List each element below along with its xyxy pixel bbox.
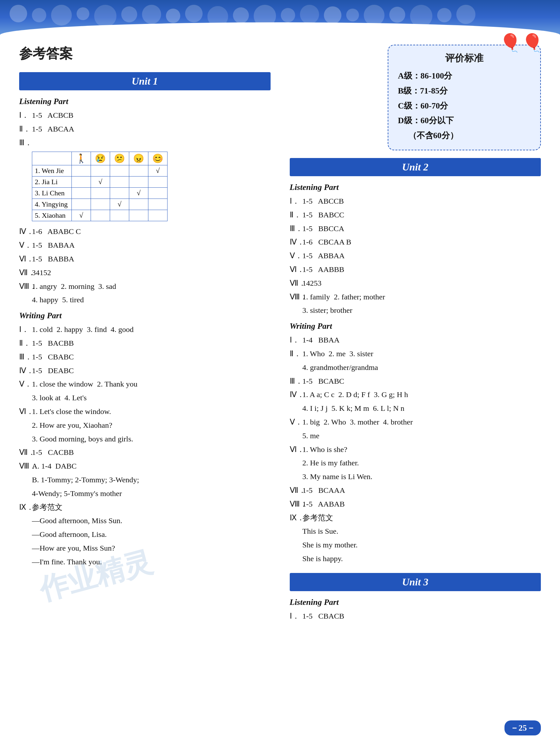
unit3-listen-i: Ⅰ．1-5 CBACB — [290, 610, 541, 623]
unit1-write-iv: Ⅳ．1-5 DEABC — [19, 364, 271, 377]
unit1-write-viii-a: Ⅷ．A. 1-4 DABC — [19, 460, 271, 473]
eval-grade-b: B级：71-85分 — [398, 84, 531, 99]
unit2-listen-v: Ⅴ．1-5 ABBAA — [290, 249, 541, 262]
eval-grade-d: D级：60分以下 — [398, 113, 531, 128]
unit1-listen-i: Ⅰ．1-5 ACBCB — [19, 109, 271, 122]
unit1-listen-v: Ⅴ．1-5 BABAA — [19, 239, 271, 252]
unit2-listen-viii-b: 3. sister; brother — [302, 304, 541, 317]
unit2-listen-i: Ⅰ．1-5 ABCCB — [290, 195, 541, 208]
unit1-write-vi-c: 3. Good morning, boys and girls. — [32, 432, 271, 446]
table-row: 2. Jia Li √ — [32, 176, 167, 188]
unit2-write-vii: Ⅶ．1-5 BCAAA — [290, 484, 541, 497]
table-row: 3. Li Chen √ — [32, 188, 167, 199]
unit1-write-vi-a: Ⅵ．1. Let's close the window. — [19, 405, 271, 418]
unit1-write-ix-3: —How are you, Miss Sun? — [32, 542, 271, 555]
table-row: 4. Yingying √ — [32, 199, 167, 210]
unit2-header: Unit 2 — [290, 158, 541, 176]
unit2-write-iv-a: Ⅳ．1. A a; C c 2. D d; F f 3. G g; H h — [290, 388, 541, 401]
unit1-write-iii: Ⅲ．1-5 CBABC — [19, 351, 271, 363]
unit1-writing-label: Writing Part — [19, 311, 271, 321]
unit1-listening-label: Listening Part — [19, 97, 271, 106]
unit1-write-viii-c: 4-Wendy; 5-Tommy's mother — [32, 487, 271, 500]
page-title: 参考答案 — [19, 45, 271, 63]
unit2-write-ix-2: She is my mother. — [302, 539, 541, 552]
unit1-listen-ii: Ⅱ．1-5 ABCAA — [19, 123, 271, 136]
unit2-write-iv-b: 4. I i; J j 5. K k; M m 6. L l; N n — [302, 402, 541, 415]
unit1-listen-viii-a: Ⅷ．1. angry 2. morning 3. sad — [19, 280, 271, 293]
eval-grade-c: C级：60-70分 — [398, 99, 531, 114]
unit2-write-viii: Ⅷ．1-5 AABAB — [290, 498, 541, 511]
unit2-write-ii-a: Ⅱ．1. Who 2. me 3. sister — [290, 347, 541, 360]
unit1-listen-viii-b: 4. happy 5. tired — [32, 293, 271, 306]
unit1-write-v-a: Ⅴ．1. close the window 2. Thank you — [19, 378, 271, 391]
unit2-write-ix-1: This is Sue. — [302, 525, 541, 538]
unit1-listen-iv: Ⅳ．1-6 ABABC C — [19, 225, 271, 238]
unit1-write-ix-2: —Good afternoon, Lisa. — [32, 528, 271, 541]
unit1-write-ii: Ⅱ．1-5 BACBB — [19, 337, 271, 350]
unit2-listen-vi: Ⅵ．1-5 AABBB — [290, 263, 541, 276]
unit1-listen-iii: Ⅲ． — [19, 136, 271, 150]
unit2-write-ix-label: Ⅸ．参考范文 — [290, 511, 541, 524]
unit1-write-viii-b: B. 1-Tommy; 2-Tommy; 3-Wendy; — [32, 473, 271, 486]
unit3-listening-label: Listening Part — [290, 597, 541, 607]
eval-box: 🎈🎈 评价标准 A级：86-100分 B级：71-85分 C级：60-70分 D… — [388, 45, 541, 150]
unit1-write-ix-label: Ⅸ．参考范文 — [19, 501, 271, 514]
unit1-listen-vi: Ⅵ．1-5 BABBA — [19, 253, 271, 266]
right-column: 🎈🎈 评价标准 A级：86-100分 B级：71-85分 C级：60-70分 D… — [290, 45, 541, 623]
left-column: 参考答案 Unit 1 Listening Part Ⅰ．1-5 ACBCB Ⅱ… — [19, 45, 271, 623]
unit2-listen-vii: Ⅶ．14253 — [290, 277, 541, 290]
unit1-header: Unit 1 — [19, 72, 271, 90]
unit2-write-vi-a: Ⅵ．1. Who is she? — [290, 443, 541, 456]
unit2-write-ix-3: She is happy. — [302, 552, 541, 565]
unit3-header: Unit 3 — [290, 573, 541, 591]
unit2-write-v-a: Ⅴ．1. big 2. Who 3. mother 4. brother — [290, 416, 541, 429]
top-banner — [0, 0, 560, 35]
unit2-write-vi-b: 2. He is my father. — [302, 456, 541, 469]
unit2-listen-iii: Ⅲ．1-5 BBCCA — [290, 222, 541, 235]
page-number: －25－ — [504, 720, 541, 736]
eval-title: 评价标准 — [398, 52, 531, 65]
unit2-listening-label: Listening Part — [290, 183, 541, 192]
balloon-decoration: 🎈🎈 — [499, 33, 543, 53]
eval-grade-a: A级：86-100分 — [398, 69, 531, 84]
unit2-listen-iv: Ⅳ．1-6 CBCAA B — [290, 235, 541, 249]
unit1-write-vi-b: 2. How are you, Xiaohan? — [32, 419, 271, 432]
unit1-write-v-b: 3. look at 4. Let's — [32, 391, 271, 404]
unit1-listen-vii: Ⅶ．34152 — [19, 266, 271, 279]
unit2-listen-ii: Ⅱ．1-5 BABCC — [290, 208, 541, 222]
emotion-table: 🚶 😢 😕 😠 😊 1. Wen Jie √ 2. Jia Li √ 3. — [32, 152, 167, 221]
unit1-write-vii: Ⅶ．1-5 CACBB — [19, 446, 271, 459]
unit2-write-ii-b: 4. grandmother/grandma — [302, 361, 541, 374]
table-row: 5. Xiaohan √ — [32, 210, 167, 221]
table-row: 1. Wen Jie √ — [32, 165, 167, 176]
unit2-writing-label: Writing Part — [290, 321, 541, 331]
unit1-write-ix-1: —Good afternoon, Miss Sun. — [32, 514, 271, 527]
eval-grade-note: （不含60分） — [398, 128, 531, 143]
unit1-write-i: Ⅰ．1. cold 2. happy 3. find 4. good — [19, 323, 271, 336]
unit2-write-iii: Ⅲ．1-5 BCABC — [290, 375, 541, 388]
unit2-write-v-b: 5. me — [302, 429, 541, 443]
unit1-write-ix-4: —I'm fine. Thank you. — [32, 555, 271, 569]
unit2-write-i: Ⅰ．1-4 BBAA — [290, 333, 541, 347]
unit2-listen-viii-a: Ⅷ．1. family 2. father; mother — [290, 290, 541, 303]
unit2-write-vi-c: 3. My name is Li Wen. — [302, 470, 541, 483]
